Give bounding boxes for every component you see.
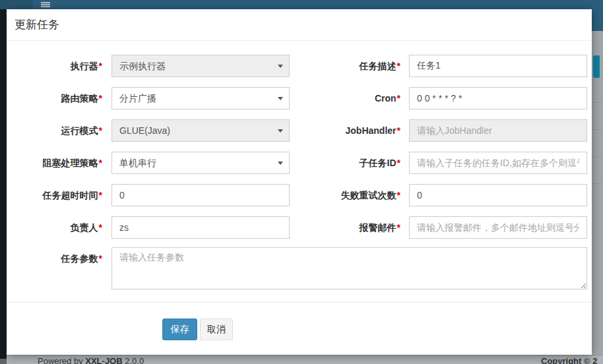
button-area-divider <box>7 302 592 303</box>
child-jobid-input[interactable] <box>409 152 587 174</box>
child-jobid-label: 子任务ID* <box>297 152 400 174</box>
version-text: 2.0.0 <box>125 356 144 364</box>
fail-retry-label: 失败重试次数* <box>297 184 400 206</box>
alarm-email-input[interactable] <box>409 216 587 239</box>
job-desc-input[interactable] <box>409 55 587 77</box>
executor-select[interactable]: 示例执行器 <box>111 55 290 77</box>
job-handler-input[interactable] <box>409 119 587 142</box>
glue-type-label: 运行模式* <box>13 119 102 142</box>
sidebar-footer-edge <box>0 359 7 364</box>
job-desc-label: 任务描述* <box>297 55 400 77</box>
glue-type-select[interactable]: GLUE(Java) <box>111 119 290 142</box>
chevron-down-icon <box>278 97 283 100</box>
job-param-textarea[interactable] <box>111 247 587 289</box>
hamburger-menu-icon[interactable] <box>41 2 50 9</box>
update-job-modal: 更新任务 执行器* 示例执行器 任务描述* 路由策略* 分片广播 Cron* 运… <box>7 9 592 355</box>
cancel-button[interactable]: 取消 <box>200 318 233 340</box>
chevron-down-icon <box>278 162 283 165</box>
timeout-label: 任务超时时间* <box>13 184 102 206</box>
executor-label: 执行器* <box>13 55 102 77</box>
job-handler-label: JobHandler* <box>297 119 400 142</box>
job-param-label: 任务参数* <box>13 247 102 270</box>
modal-title: 更新任务 <box>7 9 592 41</box>
background-table-line <box>592 102 603 103</box>
author-input[interactable] <box>111 216 290 239</box>
route-strategy-select[interactable]: 分片广播 <box>111 87 290 109</box>
brand-name: XXL-JOB <box>85 356 122 364</box>
sidebar-collapsed-edge <box>0 9 7 359</box>
powered-by-text: Powered by XXL-JOB 2.0.0 <box>38 356 144 364</box>
background-table-line <box>592 183 603 184</box>
fail-retry-input[interactable] <box>409 184 587 206</box>
cron-input[interactable] <box>409 87 587 109</box>
block-strategy-label: 阻塞处理策略* <box>13 152 102 174</box>
chevron-down-icon <box>278 65 283 68</box>
block-strategy-select[interactable]: 单机串行 <box>111 152 290 174</box>
cron-label: Cron* <box>297 87 400 109</box>
alarm-email-label: 报警邮件* <box>297 216 400 239</box>
chevron-down-icon <box>278 129 283 133</box>
save-button[interactable]: 保存 <box>162 318 197 340</box>
author-label: 负责人* <box>13 216 102 239</box>
copyright-text: Copyright © 2 <box>541 356 597 364</box>
background-table-line <box>592 129 603 130</box>
timeout-input[interactable] <box>111 184 290 206</box>
page-footer: Powered by XXL-JOB 2.0.0 Copyright © 2 <box>7 355 603 364</box>
background-table-line <box>592 156 603 157</box>
route-strategy-label: 路由策略* <box>13 87 102 109</box>
screen: Powered by XXL-JOB 2.0.0 Copyright © 2 更… <box>0 0 603 364</box>
background-add-button-fragment <box>593 55 600 78</box>
